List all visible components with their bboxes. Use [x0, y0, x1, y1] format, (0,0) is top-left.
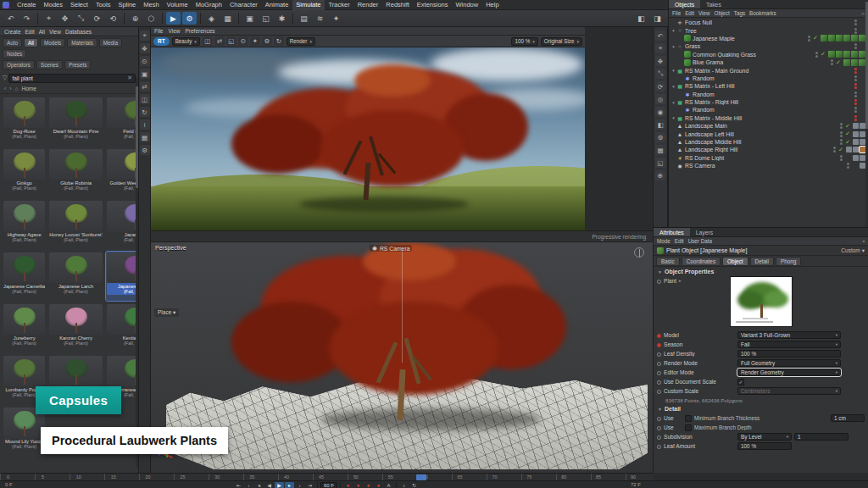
visibility-dots[interactable] — [840, 123, 843, 129]
filters-icon[interactable]: ▦ — [140, 132, 150, 142]
clear-search-icon[interactable]: ✕ — [127, 75, 132, 81]
section-tab-detail[interactable]: Detail — [750, 257, 774, 266]
loop-icon[interactable]: ↻ — [409, 482, 419, 488]
render-dropdown[interactable]: Render▾ — [287, 37, 315, 46]
enabled-check-icon[interactable]: ✓ — [837, 147, 844, 153]
object-row-tree[interactable]: ▾○Tree — [669, 26, 868, 34]
next-key-icon[interactable]: › — [295, 482, 304, 488]
render-visibility-dot[interactable] — [854, 79, 857, 81]
axis-icon[interactable]: ⊕ — [655, 170, 665, 180]
editor-visibility-dot[interactable] — [840, 123, 843, 125]
menu-volume[interactable]: Volume — [164, 0, 192, 10]
safe-frames-icon[interactable]: ◱ — [655, 158, 665, 168]
tag-icon[interactable] — [853, 155, 859, 161]
texture-tag[interactable] — [859, 59, 865, 66]
render-visibility-dot[interactable] — [854, 86, 857, 89]
asset-menu-edit[interactable]: Edit — [25, 29, 35, 35]
asset-item-japanese-camellia[interactable]: Japanese Camellia(Fall, Plant) — [3, 252, 46, 301]
play-simulation-icon[interactable]: ▶ — [166, 12, 181, 25]
coordinate-system-icon[interactable]: ⊕ — [128, 12, 142, 25]
object-row-random[interactable]: ✱Random — [669, 106, 868, 114]
view-axis-icon[interactable] — [634, 247, 644, 258]
asset-item-golden-weeping-willow[interactable]: Golden Weeping Willow(Fall, Plant) — [106, 148, 138, 197]
texture-tag[interactable] — [836, 35, 843, 42]
tab-scenes[interactable]: Scenes — [36, 60, 63, 69]
frame-label-75[interactable]: 75 — [526, 474, 531, 480]
enabled-check-icon[interactable]: ✓ — [820, 51, 826, 58]
texture-tag[interactable] — [836, 51, 843, 58]
asset-scrollbar[interactable] — [136, 78, 138, 468]
menu-redshift[interactable]: Redshift — [382, 0, 413, 10]
visibility-dots[interactable] — [854, 99, 857, 105]
enabled-check-icon[interactable]: ✓ — [844, 123, 851, 130]
frame-label-15[interactable]: 15 — [111, 474, 116, 480]
asset-item-dog-rose[interactable]: Dog-Rose(Fall, Plant) — [3, 97, 46, 146]
frame-label-25[interactable]: 25 — [180, 474, 185, 480]
visibility-dots[interactable] — [831, 59, 833, 65]
frame-label-65[interactable]: 65 — [458, 474, 463, 480]
asset-item-ginkgo[interactable]: Ginkgo(Fall, Plant) — [3, 148, 46, 197]
render-visibility-dot[interactable] — [831, 63, 833, 65]
rt-toggle-button[interactable]: RT — [153, 37, 170, 46]
texture-tag[interactable] — [843, 51, 850, 58]
render-visibility-dot[interactable] — [854, 95, 857, 97]
expand-arrow-icon[interactable]: ▾ — [670, 84, 676, 89]
object-row-rs-camera[interactable]: ◉RS Camera — [669, 162, 868, 169]
texture-tag[interactable] — [843, 59, 850, 66]
current-frame-field[interactable]: 60 F — [320, 482, 337, 488]
magic-solver-icon[interactable]: ✦ — [329, 12, 343, 25]
render-visibility-dot[interactable] — [840, 158, 843, 161]
checkbox[interactable]: ✓ — [737, 379, 744, 385]
select-tool-icon[interactable]: ⌖ — [655, 43, 665, 53]
expand-arrow-icon[interactable]: ▾ — [670, 68, 676, 73]
selection-icon[interactable]: ⌖ — [140, 30, 150, 41]
render-visibility-dot[interactable] — [854, 71, 857, 74]
render-visibility-dot[interactable] — [854, 110, 857, 113]
tag-icon[interactable] — [853, 139, 859, 145]
visibility-dots[interactable] — [815, 52, 818, 58]
play-backwards-icon[interactable]: ◀ — [264, 482, 274, 488]
tag-icon[interactable] — [860, 123, 865, 129]
attributes-menu-user-data[interactable]: User Data — [688, 238, 712, 244]
editor-visibility-dot[interactable] — [808, 36, 810, 38]
menu-mograph[interactable]: MoGraph — [192, 0, 225, 10]
tag-icon[interactable] — [860, 139, 865, 145]
visibility-dots[interactable] — [808, 36, 810, 42]
menu-spline[interactable]: Spline — [114, 0, 139, 10]
dropdown-editor-mode[interactable]: Render Geometry▾ — [737, 369, 841, 376]
asset-menu-create[interactable]: Create — [4, 29, 21, 35]
texture-tag[interactable] — [851, 59, 858, 66]
editor-visibility-dot[interactable] — [831, 59, 833, 62]
visibility-dots[interactable] — [854, 115, 857, 121]
objects-menu-file[interactable]: File — [672, 10, 681, 16]
menu-select[interactable]: Select — [67, 0, 92, 10]
rope-icon[interactable]: ≋ — [313, 12, 327, 25]
menu-simulate[interactable]: Simulate — [292, 0, 324, 10]
undo-icon[interactable]: ↶ — [3, 12, 18, 25]
render-visibility-dot[interactable] — [808, 39, 810, 42]
object-row-focus-null[interactable]: ✛Focus Null — [669, 19, 868, 26]
editor-visibility-dot[interactable] — [854, 107, 857, 109]
record-position-icon[interactable]: ● — [353, 482, 363, 488]
pan-icon[interactable]: ✥ — [140, 43, 150, 53]
tab-presets[interactable]: Presets — [64, 60, 91, 69]
menu-create[interactable]: Create — [14, 0, 40, 10]
texture-tag[interactable] — [828, 51, 835, 58]
menu-character[interactable]: Character — [226, 0, 261, 10]
frame-label-10[interactable]: 10 — [76, 474, 81, 480]
object-row-grass[interactable]: ▾○Grass — [669, 42, 868, 50]
options-icon[interactable]: ⚙ — [655, 132, 665, 142]
section-tab-coordinates[interactable]: Coordinates — [682, 257, 721, 266]
keyframe-dot[interactable] — [657, 362, 661, 366]
object-row-landscape-left-hill[interactable]: ▲Landscape Left Hill✓ — [669, 130, 868, 137]
display-mode-icon[interactable]: ◧ — [655, 119, 665, 130]
history-icon[interactable]: ↻ — [274, 36, 284, 46]
scale-icon[interactable]: ⤡ — [74, 12, 88, 25]
value-field[interactable]: 1 — [794, 433, 849, 441]
keyframe-dot[interactable] — [657, 417, 661, 421]
tab-all[interactable]: All — [24, 38, 38, 47]
asset-item-globe-robinia[interactable]: Globe Robinia(Fall, Plant) — [48, 148, 103, 197]
enabled-check-icon[interactable]: ✓ — [844, 139, 851, 146]
group-header[interactable]: ▼ Detail — [654, 404, 868, 413]
asset-item-honey-locust-sunburst[interactable]: Honey Locust 'Sunburst'(Fall, Plant) — [48, 200, 103, 249]
